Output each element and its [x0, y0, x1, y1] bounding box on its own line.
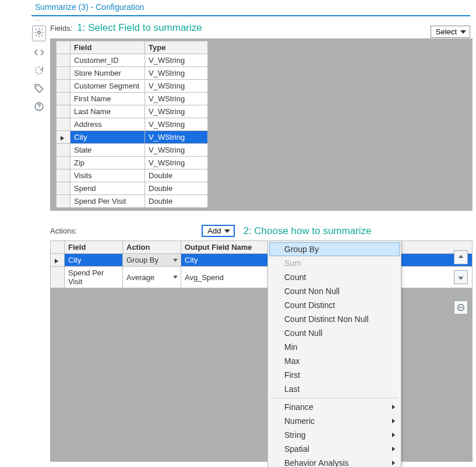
- panel-title: Summarize (3) - Configuration: [35, 2, 144, 12]
- cell-type[interactable]: Double: [145, 195, 208, 208]
- menu-item[interactable]: Count Non Null: [269, 284, 400, 298]
- row-indicator: ▶: [51, 254, 65, 267]
- cell-field[interactable]: State: [70, 144, 145, 157]
- menu-item[interactable]: Last: [269, 382, 400, 396]
- svg-point-3: [38, 108, 40, 109]
- fields-grid[interactable]: Field Type Customer_IDV_WStringStore Num…: [56, 41, 208, 208]
- cell-field[interactable]: City: [70, 131, 145, 144]
- table-row[interactable]: Spend Per VisitDouble: [57, 195, 208, 208]
- row-indicator: [57, 67, 70, 80]
- cell-field[interactable]: Spend Per Visit: [65, 267, 123, 288]
- row-indicator: [57, 105, 70, 118]
- svg-point-0: [38, 31, 41, 34]
- tag-icon[interactable]: [34, 83, 44, 95]
- menu-item-submenu[interactable]: Spatial: [269, 442, 400, 456]
- cell-type[interactable]: V_WString: [145, 67, 208, 80]
- row-indicator: [57, 54, 70, 67]
- refresh-icon[interactable]: [34, 65, 44, 77]
- cell-field[interactable]: Visits: [70, 169, 145, 182]
- cell-type[interactable]: V_WString: [145, 80, 208, 93]
- help-icon[interactable]: [34, 101, 44, 114]
- table-row[interactable]: Last NameV_WString: [57, 105, 208, 118]
- table-row[interactable]: Store NumberV_WString: [57, 67, 208, 80]
- table-row[interactable]: Spend Per VisitAverageAvg_Spend: [51, 267, 473, 288]
- cell-type[interactable]: V_WString: [145, 131, 208, 144]
- menu-item[interactable]: Count Distinct Non Null: [269, 312, 400, 326]
- actions-label: Actions:: [50, 227, 77, 235]
- table-row[interactable]: Customer_IDV_WString: [57, 54, 208, 67]
- table-row[interactable]: ▶CityGroup ByCity: [51, 254, 473, 267]
- row-indicator: [57, 80, 70, 93]
- move-down-button[interactable]: [454, 270, 468, 284]
- menu-item[interactable]: Max: [269, 354, 400, 368]
- step2-title: 2: Choose how to summarize: [243, 225, 371, 237]
- menu-item[interactable]: Count: [269, 270, 400, 284]
- menu-item-submenu[interactable]: Numeric: [269, 414, 400, 428]
- select-dropdown[interactable]: Select: [431, 26, 470, 38]
- table-row[interactable]: AddressV_WString: [57, 118, 208, 131]
- table-row[interactable]: VisitsDouble: [57, 169, 208, 182]
- cell-field[interactable]: Zip: [70, 157, 145, 169]
- menu-item: Sum: [269, 256, 400, 270]
- row-header-blank: [51, 241, 65, 254]
- cell-field[interactable]: Spend Per Visit: [70, 195, 145, 208]
- gear-icon[interactable]: [32, 26, 46, 41]
- cell-field[interactable]: Address: [70, 118, 145, 131]
- table-row[interactable]: ZipV_WString: [57, 157, 208, 169]
- menu-item-submenu[interactable]: String: [269, 428, 400, 442]
- cell-action-dropdown[interactable]: Average: [123, 267, 181, 288]
- cell-field[interactable]: Spend: [70, 182, 145, 195]
- cell-field[interactable]: Last Name: [70, 105, 145, 118]
- row-indicator: [57, 118, 70, 131]
- row-indicator: [57, 93, 70, 105]
- cell-type[interactable]: V_WString: [145, 105, 208, 118]
- col-action[interactable]: Action: [123, 241, 181, 254]
- menu-separator: [270, 398, 399, 398]
- col-type[interactable]: Type: [145, 41, 208, 54]
- remove-button[interactable]: [454, 300, 468, 314]
- table-row[interactable]: ▶CityV_WString: [57, 131, 208, 144]
- cell-type[interactable]: Double: [145, 169, 208, 182]
- table-row[interactable]: SpendDouble: [57, 182, 208, 195]
- fields-label: Fields:: [50, 24, 72, 33]
- row-indicator: [57, 157, 70, 169]
- fields-grid-container: Field Type Customer_IDV_WStringStore Num…: [50, 38, 473, 211]
- row-indicator: [51, 267, 65, 288]
- svg-point-1: [36, 86, 37, 87]
- cell-field[interactable]: Store Number: [70, 67, 145, 80]
- cell-type[interactable]: V_WString: [145, 157, 208, 169]
- actions-grid-container: Field Action Output Field Name ▶CityGrou…: [50, 240, 473, 462]
- menu-item-submenu[interactable]: Finance: [269, 400, 400, 414]
- menu-item[interactable]: Min: [269, 340, 400, 354]
- add-dropdown[interactable]: Add: [202, 225, 235, 237]
- col-field[interactable]: Field: [70, 41, 145, 54]
- cell-type[interactable]: V_WString: [145, 144, 208, 157]
- cell-type[interactable]: V_WString: [145, 54, 208, 67]
- cell-type[interactable]: V_WString: [145, 118, 208, 131]
- row-indicator: [57, 195, 70, 208]
- menu-item[interactable]: Count Distinct: [269, 298, 400, 312]
- cell-field[interactable]: First Name: [70, 93, 145, 105]
- code-icon[interactable]: [34, 47, 44, 59]
- table-row[interactable]: Customer SegmentV_WString: [57, 80, 208, 93]
- cell-type[interactable]: V_WString: [145, 93, 208, 105]
- table-row[interactable]: First NameV_WString: [57, 93, 208, 105]
- cell-field[interactable]: Customer Segment: [70, 80, 145, 93]
- menu-item[interactable]: Group By: [269, 242, 400, 256]
- menu-item[interactable]: First: [269, 368, 400, 382]
- col-field2[interactable]: Field: [65, 241, 123, 254]
- actions-grid[interactable]: Field Action Output Field Name ▶CityGrou…: [50, 240, 473, 288]
- row-indicator: [57, 144, 70, 157]
- side-toolbar: [32, 26, 46, 114]
- row-header-blank: [57, 41, 70, 54]
- menu-item-submenu[interactable]: Behavior Analysis: [269, 456, 400, 467]
- cell-action-dropdown[interactable]: Group By: [123, 254, 181, 267]
- cell-field[interactable]: Customer_ID: [70, 54, 145, 67]
- row-indicator: [57, 169, 70, 182]
- cell-field[interactable]: City: [65, 254, 123, 267]
- move-up-button[interactable]: [454, 250, 468, 264]
- table-row[interactable]: StateV_WString: [57, 144, 208, 157]
- step1-title: 1: Select Field to summarize: [77, 22, 202, 34]
- menu-item[interactable]: Count Null: [269, 326, 400, 340]
- cell-type[interactable]: Double: [145, 182, 208, 195]
